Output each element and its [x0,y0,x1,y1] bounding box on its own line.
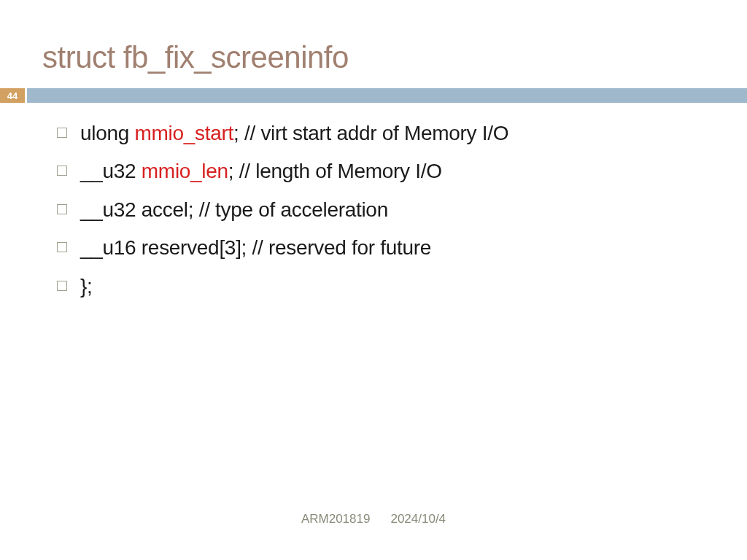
bullet-text: ulong mmio_start; // virt start addr of … [80,120,508,147]
list-item: ulong mmio_start; // virt start addr of … [57,120,718,147]
slide-title: struct fb_fix_screeninfo [0,0,747,75]
bullet-icon [57,204,67,214]
bullet-text: __u32 accel; // type of acceleration [80,197,388,223]
list-item: __u32 accel; // type of acceleration [57,197,718,223]
footer-right: 2024/10/4 [390,512,446,526]
divider-bar [27,88,747,103]
bullet-text: __u32 mmio_len; // length of Memory I/O [80,158,442,184]
page-number-badge: 44 [0,88,25,103]
bullet-icon [57,166,67,176]
bullet-icon [57,281,67,291]
bullet-icon [57,128,67,138]
list-item: __u32 mmio_len; // length of Memory I/O [57,158,718,184]
footer: ARM201819 2024/10/4 [0,512,747,526]
bullet-icon [57,242,67,252]
bullet-text: __u16 reserved[3]; // reserved for futur… [80,235,431,261]
footer-left: ARM201819 [301,512,371,526]
list-item: }; [57,273,718,300]
content-area: ulong mmio_start; // virt start addr of … [0,103,747,300]
bullet-text: }; [80,273,93,300]
divider-row: 44 [0,88,747,103]
list-item: __u16 reserved[3]; // reserved for futur… [57,235,718,261]
